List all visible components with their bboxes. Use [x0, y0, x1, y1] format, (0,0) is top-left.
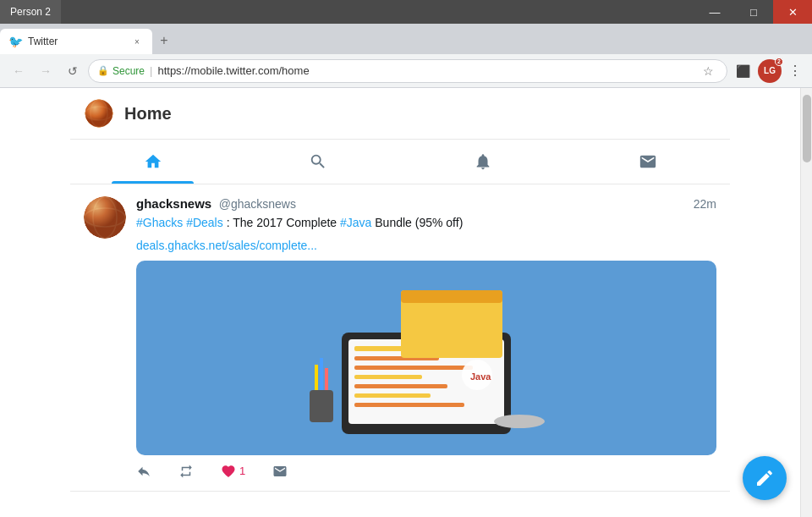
retweet-action[interactable]: [178, 464, 194, 479]
forward-button[interactable]: →: [34, 59, 58, 83]
nav-notifications[interactable]: [400, 140, 565, 184]
maximize-button[interactable]: □: [734, 0, 773, 24]
url-protocol: https://: [157, 64, 190, 77]
tweet-image[interactable]: Java: [136, 261, 716, 455]
retweet-icon: [178, 464, 194, 479]
tweet-item: ghacksnews @ghacksnews 22m #Ghacks #Deal…: [70, 184, 730, 492]
svg-point-28: [494, 415, 545, 428]
nav-home[interactable]: [70, 140, 235, 184]
browser-tab[interactable]: 🐦 Twitter ×: [0, 29, 152, 54]
secure-icon: 🔒: [97, 65, 109, 76]
title-bar: Person 2 — □ ✕: [0, 0, 812, 24]
svg-rect-21: [401, 290, 502, 303]
like-action[interactable]: 1: [221, 464, 245, 479]
close-button[interactable]: ✕: [773, 0, 812, 24]
url-bar[interactable]: 🔒 Secure | https://mobile.twitter.com/ho…: [88, 59, 727, 83]
toolbar-right: ⬛ LG 2 ⋮: [731, 59, 805, 83]
extensions-button[interactable]: ⬛: [731, 59, 754, 83]
svg-rect-19: [354, 403, 464, 407]
scrollbar[interactable]: [800, 88, 812, 517]
compose-fab-button[interactable]: [743, 456, 787, 500]
url-text: https://mobile.twitter.com/home: [157, 64, 694, 77]
url-domain: mobile.twitter.com: [190, 64, 278, 77]
tab-title: Twitter: [28, 36, 125, 47]
svg-text:Java: Java: [470, 371, 491, 382]
profile-initials: LG: [764, 66, 776, 75]
tab-favicon: 🐦: [8, 35, 23, 48]
notifications-icon: [474, 152, 492, 171]
reply-icon: [136, 464, 151, 479]
profile-button[interactable]: LG 2: [758, 59, 782, 83]
tab-bar: 🐦 Twitter × +: [0, 24, 812, 54]
reply-action[interactable]: [136, 464, 151, 479]
tweet-header: ghacksnews @ghacksnews 22m: [136, 196, 716, 212]
nav-messages[interactable]: [565, 140, 730, 184]
hashtag-java[interactable]: #Java: [340, 216, 371, 229]
heart-icon: [221, 464, 236, 479]
tab-close-button[interactable]: ×: [130, 35, 144, 48]
twitter-header: Home: [70, 88, 730, 140]
svg-rect-18: [354, 393, 431, 398]
tweet-body: ghacksnews @ghacksnews 22m #Ghacks #Deal…: [136, 196, 716, 479]
search-icon: [309, 152, 327, 171]
twitter-logo-icon: [84, 98, 114, 129]
svg-point-7: [84, 196, 126, 239]
tweet-time: 22m: [694, 197, 716, 211]
minimize-button[interactable]: —: [695, 0, 734, 24]
hashtag-deals[interactable]: #Deals: [186, 216, 223, 229]
tweet-username: ghacksnews: [136, 196, 211, 211]
url-path: /home: [279, 64, 310, 77]
svg-rect-24: [310, 390, 333, 422]
tweet-text-middle: : The 2017 Complete: [227, 216, 340, 229]
nav-search[interactable]: [235, 140, 400, 184]
svg-rect-17: [354, 384, 447, 388]
bookmark-button[interactable]: ☆: [698, 61, 718, 81]
back-button[interactable]: ←: [7, 59, 30, 83]
tweet-link[interactable]: deals.ghacks.net/sales/complete...: [136, 239, 716, 252]
svg-point-3: [85, 100, 112, 127]
svg-rect-16: [354, 375, 422, 379]
hashtag-ghacks[interactable]: #Ghacks: [136, 216, 183, 229]
secure-text: Secure: [112, 65, 145, 77]
svg-rect-15: [354, 366, 473, 370]
tweet-handle: @ghacksnews: [219, 197, 296, 211]
dm-icon: [272, 464, 288, 479]
home-icon: [144, 152, 162, 171]
twitter-nav: [70, 140, 730, 184]
twitter-page: Home: [70, 88, 730, 517]
compose-icon: [754, 468, 775, 488]
tweet-text-end: Bundle (95% off): [375, 216, 463, 229]
like-count: 1: [239, 465, 245, 477]
person-label: Person 2: [0, 0, 61, 24]
dm-action[interactable]: [272, 464, 288, 479]
tweet-text: #Ghacks #Deals : The 2017 Complete #Java…: [136, 215, 716, 232]
address-bar: ← → ↺ 🔒 Secure | https://mobile.twitter.…: [0, 54, 812, 88]
reload-button[interactable]: ↺: [61, 59, 85, 83]
url-separator: |: [150, 64, 152, 77]
profile-badge: 2: [775, 58, 783, 66]
avatar-image: [84, 196, 126, 239]
new-tab-button[interactable]: +: [152, 29, 176, 52]
messages-icon: [639, 152, 657, 171]
tweet-avatar[interactable]: [84, 196, 126, 239]
scrollbar-thumb[interactable]: [803, 95, 811, 162]
menu-button[interactable]: ⋮: [785, 61, 805, 81]
tweet-actions: 1: [136, 464, 716, 479]
tweet-image-svg: Java: [232, 265, 621, 451]
browser-content: Home: [0, 88, 812, 517]
window-controls: — □ ✕: [695, 0, 812, 24]
page-content: Home: [0, 88, 800, 517]
page-title: Home: [124, 104, 172, 124]
tweet-author: ghacksnews @ghacksnews: [136, 196, 296, 212]
